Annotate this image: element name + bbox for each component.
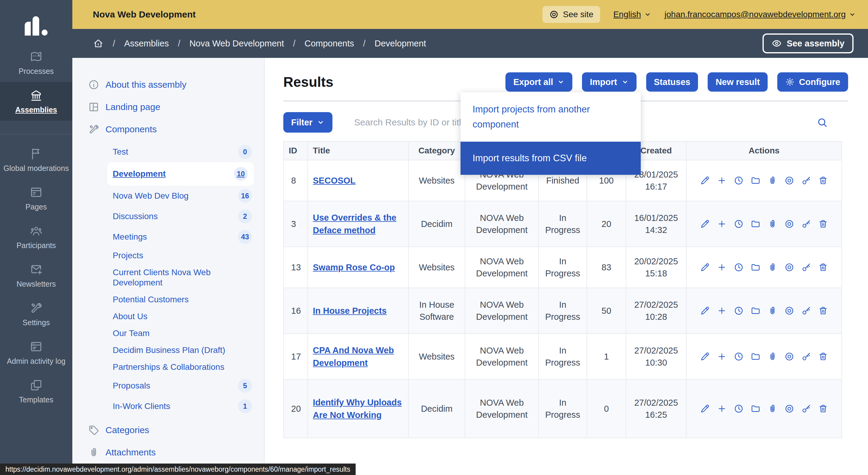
result-title-link[interactable]: Swamp Rose Co-op bbox=[313, 261, 395, 274]
sidebar-item-settings[interactable]: Settings bbox=[0, 295, 72, 334]
component-item-our-team[interactable]: Our Team bbox=[113, 325, 264, 342]
action-permissions-button[interactable] bbox=[801, 262, 811, 273]
component-item-decidim-business-plan-(draft)[interactable]: Decidim Business Plan (Draft) bbox=[113, 342, 264, 359]
action-preview-button[interactable] bbox=[784, 219, 795, 229]
action-permissions-button[interactable] bbox=[801, 404, 811, 414]
action-folder-button[interactable] bbox=[750, 219, 761, 229]
action-history-button[interactable] bbox=[734, 262, 744, 273]
statuses-button[interactable]: Statuses bbox=[646, 72, 698, 92]
decidim-logo[interactable] bbox=[0, 0, 72, 43]
action-preview-button[interactable] bbox=[784, 351, 795, 362]
action-edit-button[interactable] bbox=[700, 219, 710, 229]
action-edit-button[interactable] bbox=[700, 176, 710, 186]
action-history-button[interactable] bbox=[734, 404, 744, 414]
assembly-nav-about-this-assembly[interactable]: About this assembly bbox=[88, 73, 264, 96]
result-title-link[interactable]: Identify Why Uploads Are Not Working bbox=[313, 396, 403, 421]
component-item-partnerships-&-collaborations[interactable]: Partnerships & Collaborations bbox=[113, 359, 264, 376]
component-item-current-clients-nova-web-development[interactable]: Current Clients Nova Web Development bbox=[113, 264, 264, 291]
breadcrumb-item[interactable]: Development bbox=[375, 39, 426, 49]
action-delete-button[interactable] bbox=[818, 404, 828, 414]
sidebar-item-processes[interactable]: Processes bbox=[0, 43, 72, 82]
component-item-proposals[interactable]: Proposals5 bbox=[113, 376, 264, 396]
import-dropdown-item[interactable]: Import results from CSV file bbox=[461, 141, 641, 175]
component-item-test[interactable]: Test0 bbox=[113, 141, 264, 162]
action-folder-button[interactable] bbox=[750, 176, 761, 186]
action-edit-button[interactable] bbox=[700, 306, 710, 316]
action-folder-button[interactable] bbox=[750, 306, 761, 316]
see-site-link[interactable]: See site bbox=[542, 6, 600, 23]
action-delete-button[interactable] bbox=[818, 351, 828, 362]
action-preview-button[interactable] bbox=[784, 262, 795, 273]
sidebar-item-newsletters[interactable]: Newsletters bbox=[0, 256, 72, 295]
assembly-nav-landing-page[interactable]: Landing page bbox=[88, 96, 264, 118]
sidebar-item-admin-activity-log[interactable]: Admin activity log bbox=[0, 334, 72, 372]
export-all-button[interactable]: Export all bbox=[505, 72, 572, 92]
component-item-meetings[interactable]: Meetings43 bbox=[113, 227, 264, 247]
import-button[interactable]: Import bbox=[582, 72, 636, 92]
component-item-in-work-clients[interactable]: In-Work Clients1 bbox=[113, 396, 264, 416]
action-preview-button[interactable] bbox=[784, 176, 795, 186]
action-attachments-button[interactable] bbox=[767, 404, 778, 414]
assembly-nav-categories[interactable]: Categories bbox=[88, 419, 264, 441]
action-add-button[interactable] bbox=[717, 262, 727, 273]
action-history-button[interactable] bbox=[734, 176, 744, 186]
action-history-button[interactable] bbox=[734, 306, 744, 316]
action-permissions-button[interactable] bbox=[801, 306, 811, 316]
action-permissions-button[interactable] bbox=[801, 176, 811, 186]
import-dropdown-item[interactable]: Import projects from another component bbox=[461, 92, 641, 141]
sidebar-item-global-moderations[interactable]: Global moderations bbox=[0, 140, 72, 179]
action-attachments-button[interactable] bbox=[767, 351, 778, 362]
action-add-button[interactable] bbox=[717, 176, 727, 186]
breadcrumb-item[interactable]: Components bbox=[304, 39, 354, 49]
configure-button[interactable]: Configure bbox=[777, 72, 848, 92]
breadcrumb-home[interactable] bbox=[93, 38, 104, 49]
action-edit-button[interactable] bbox=[700, 351, 710, 362]
action-attachments-button[interactable] bbox=[767, 306, 778, 316]
component-item-discussions[interactable]: Discussions2 bbox=[113, 206, 264, 227]
action-add-button[interactable] bbox=[717, 219, 727, 229]
user-menu[interactable]: johan.francocampos@novawebdevelopment.or… bbox=[664, 10, 856, 19]
component-item-development[interactable]: Development10 bbox=[107, 162, 254, 186]
assembly-nav-components[interactable]: Components bbox=[88, 118, 264, 140]
sidebar-item-templates[interactable]: Templates bbox=[0, 372, 72, 411]
search-button[interactable] bbox=[817, 117, 828, 128]
action-attachments-button[interactable] bbox=[767, 176, 778, 186]
sidebar-item-pages[interactable]: Pages bbox=[0, 179, 72, 218]
component-item-projects[interactable]: Projects bbox=[113, 247, 264, 264]
action-history-button[interactable] bbox=[734, 351, 744, 362]
result-title-link[interactable]: CPA And Nova Web Development bbox=[313, 344, 403, 369]
action-delete-button[interactable] bbox=[818, 176, 828, 186]
action-attachments-button[interactable] bbox=[767, 219, 778, 229]
action-history-button[interactable] bbox=[734, 219, 744, 229]
action-add-button[interactable] bbox=[717, 351, 727, 362]
action-edit-button[interactable] bbox=[700, 262, 710, 273]
language-selector[interactable]: English bbox=[613, 10, 651, 19]
action-add-button[interactable] bbox=[717, 404, 727, 414]
action-delete-button[interactable] bbox=[818, 262, 828, 273]
result-title-link[interactable]: Use Overrides & the Deface method bbox=[313, 211, 403, 236]
assembly-nav-attachments[interactable]: Attachments bbox=[88, 441, 264, 464]
new-result-button[interactable]: New result bbox=[708, 72, 768, 92]
action-delete-button[interactable] bbox=[818, 306, 828, 316]
action-preview-button[interactable] bbox=[784, 306, 795, 316]
action-preview-button[interactable] bbox=[784, 404, 795, 414]
breadcrumb-item[interactable]: Assemblies bbox=[124, 39, 169, 49]
sidebar-item-assemblies[interactable]: Assemblies bbox=[0, 82, 72, 121]
action-folder-button[interactable] bbox=[750, 404, 761, 414]
action-folder-button[interactable] bbox=[750, 262, 761, 273]
component-item-potential-customers[interactable]: Potential Customers bbox=[113, 291, 264, 308]
see-assembly-button[interactable]: See assembly bbox=[763, 33, 854, 53]
breadcrumb-item[interactable]: Nova Web Development bbox=[189, 39, 284, 49]
action-permissions-button[interactable] bbox=[801, 351, 811, 362]
result-title-link[interactable]: SECOSOL bbox=[313, 174, 355, 187]
result-title-link[interactable]: In House Projects bbox=[313, 305, 387, 317]
action-permissions-button[interactable] bbox=[801, 219, 811, 229]
action-delete-button[interactable] bbox=[818, 219, 828, 229]
filter-button[interactable]: Filter bbox=[283, 112, 333, 133]
component-item-about-us[interactable]: About Us bbox=[113, 308, 264, 325]
action-folder-button[interactable] bbox=[750, 351, 761, 362]
action-add-button[interactable] bbox=[717, 306, 727, 316]
component-item-nova-web-dev-blog[interactable]: Nova Web Dev Blog16 bbox=[113, 186, 264, 206]
action-edit-button[interactable] bbox=[700, 404, 710, 414]
sidebar-item-participants[interactable]: Participants bbox=[0, 218, 72, 256]
